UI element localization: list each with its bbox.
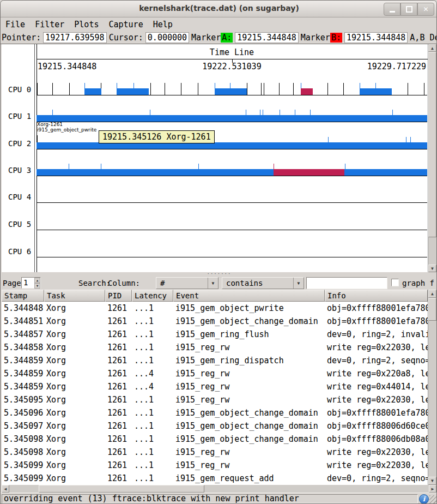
task-bar[interactable] xyxy=(274,169,344,176)
table-row[interactable]: 5.344857Xorg1261...1i915_gem_ring_flushd… xyxy=(2,328,428,341)
event-tick[interactable] xyxy=(293,83,294,95)
scroll-up-arrow-icon[interactable]: ▲ xyxy=(428,44,436,52)
minimize-button[interactable] xyxy=(384,3,400,16)
event-tick[interactable] xyxy=(424,83,424,95)
table-row[interactable]: 5.345099Xorg1261...1i915_reg_rwwrite reg… xyxy=(2,459,428,472)
table-row[interactable]: 5.345098Xorg1261...1i915_gem_object_chan… xyxy=(2,433,428,446)
event-tick[interactable] xyxy=(181,83,181,95)
cell-pid: 1261 xyxy=(105,433,132,446)
event-tick[interactable] xyxy=(408,83,408,95)
page-spinner-arrows[interactable]: ▲ ▼ xyxy=(34,278,40,288)
cell-pid: 1261 xyxy=(105,354,132,367)
close-button[interactable]: ✕ xyxy=(417,3,434,16)
event-tick[interactable] xyxy=(150,83,151,95)
cell-stamp: 5.344859 xyxy=(2,367,44,380)
menu-item-plots[interactable]: Plots xyxy=(69,19,104,31)
graph-vscrollbar[interactable]: ▲ ▼ xyxy=(428,44,436,272)
info-icon[interactable]: i xyxy=(419,494,429,504)
table-hscroll-thumb[interactable] xyxy=(39,485,204,493)
table-row[interactable]: 5.345098Xorg1261...1i915_reg_rwwrite reg… xyxy=(2,446,428,459)
chevron-down-icon[interactable]: ▼ xyxy=(293,278,304,289)
table-row[interactable]: 5.344859Xorg1261...4i915_reg_rwwrite reg… xyxy=(2,367,428,380)
scroll-left-arrow-icon[interactable]: ◀ xyxy=(2,485,9,493)
table-row[interactable]: 5.344859Xorg1261...4i915_reg_rwwrite reg… xyxy=(2,380,428,393)
table-row[interactable]: 5.344858Xorg1261...1i915_reg_rwwrite reg… xyxy=(2,341,428,354)
search-input[interactable] xyxy=(306,277,387,289)
task-bar[interactable] xyxy=(37,169,427,176)
menu-item-capture[interactable]: Capture xyxy=(104,19,148,31)
table-row[interactable]: 5.345099Xorg1261...1i915_gem_request_add… xyxy=(2,472,428,485)
event-tick[interactable] xyxy=(247,83,247,95)
cell-stamp: 5.345098 xyxy=(2,446,44,459)
maximize-button[interactable] xyxy=(400,3,417,16)
column-header-latency[interactable]: Latency xyxy=(132,290,173,302)
spinner-up-icon[interactable]: ▲ xyxy=(34,278,40,283)
match-select[interactable]: contains ▼ xyxy=(222,277,304,289)
window-title: kernelshark(trace.dat) (on sugarbay) xyxy=(1,4,437,13)
column-header-info[interactable]: Info xyxy=(325,290,428,302)
event-tick[interactable] xyxy=(327,83,328,95)
task-bar[interactable] xyxy=(117,88,149,95)
cell-pid: 1261 xyxy=(105,406,132,419)
cell-event: i915_reg_rw xyxy=(173,446,325,459)
column-header-pid[interactable]: PID xyxy=(105,290,132,302)
table-row[interactable]: 5.345095Xorg1261...1i915_reg_rwwrite reg… xyxy=(2,393,428,406)
cell-latency: ...1 xyxy=(132,341,173,354)
resize-grip-icon[interactable] xyxy=(429,495,436,503)
event-tick[interactable] xyxy=(165,83,165,95)
table-vscroll-thumb[interactable] xyxy=(428,298,436,321)
event-tick[interactable] xyxy=(69,83,70,95)
task-bar[interactable] xyxy=(37,115,427,122)
cell-info: write reg=0x22030, le xyxy=(325,446,428,459)
column-header-event[interactable]: Event xyxy=(173,290,325,302)
table-hscrollbar[interactable]: ◀ ▶ xyxy=(2,485,436,493)
cell-stamp: 5.344857 xyxy=(2,328,44,341)
event-tick[interactable] xyxy=(343,83,344,95)
table-row[interactable]: 5.345097Xorg1261...1i915_gem_object_chan… xyxy=(2,419,428,433)
table-vscrollbar[interactable]: ▲ ▼ xyxy=(428,290,436,485)
table-row[interactable]: 5.344851Xorg1261...1i915_gem_object_chan… xyxy=(2,315,428,328)
spinner-down-icon[interactable]: ▼ xyxy=(34,283,40,289)
column-header-task[interactable]: Task xyxy=(44,290,105,302)
column-header-stamp[interactable]: Stamp xyxy=(2,290,44,302)
cell-stamp: 5.344859 xyxy=(2,354,44,367)
scroll-down-arrow-icon[interactable]: ▼ xyxy=(428,477,436,485)
menu-item-filter[interactable]: Filter xyxy=(30,19,69,31)
graph-vscroll-thumb[interactable] xyxy=(428,52,436,237)
cell-latency: ...1 xyxy=(132,302,173,315)
cell-pid: 1261 xyxy=(105,459,132,472)
cell-latency: ...1 xyxy=(132,433,173,446)
task-bar[interactable] xyxy=(37,142,427,149)
event-tick[interactable] xyxy=(261,83,262,95)
cell-latency: ...1 xyxy=(132,393,173,406)
titlebar[interactable]: kernelshark(trace.dat) (on sugarbay) ✕ xyxy=(1,1,437,17)
task-bar[interactable] xyxy=(215,88,247,95)
event-tick[interactable] xyxy=(37,83,38,95)
scroll-right-arrow-icon[interactable]: ▶ xyxy=(429,485,436,493)
table-row[interactable]: 5.345096Xorg1261...1i915_gem_object_chan… xyxy=(2,406,428,419)
table-row[interactable]: 5.344859Xorg1261...1i915_gem_ring_dispat… xyxy=(2,354,428,367)
event-tick[interactable] xyxy=(279,83,280,95)
pane-splitter[interactable]: ······· xyxy=(1,272,437,277)
event-tick[interactable] xyxy=(264,83,264,95)
scroll-up-arrow-icon[interactable]: ▲ xyxy=(428,290,436,298)
task-bar[interactable] xyxy=(301,88,313,95)
task-bar[interactable] xyxy=(360,88,392,95)
task-bar[interactable] xyxy=(84,88,101,95)
graph-follows-label: graph f xyxy=(402,279,434,287)
timeline-graph[interactable]: Time Line 19215.344848 19222.531039 1922… xyxy=(2,44,428,272)
menu-item-help[interactable]: Help xyxy=(148,19,178,31)
cell-latency: ...1 xyxy=(132,354,173,367)
chevron-down-icon[interactable]: ▼ xyxy=(208,278,218,289)
pointer-bar: Pointer:19217.639598Cursor:0.000000Marke… xyxy=(1,31,437,44)
event-tick[interactable] xyxy=(198,83,198,95)
menu-item-file[interactable]: File xyxy=(1,19,30,31)
column-select[interactable]: # ▼ xyxy=(156,277,218,289)
event-tick[interactable] xyxy=(52,83,53,95)
graph-follows-checkbox[interactable] xyxy=(391,279,399,286)
cpu-baseline xyxy=(37,95,427,95)
cell-stamp: 5.345095 xyxy=(2,393,44,406)
scroll-down-arrow-icon[interactable]: ▼ xyxy=(428,265,436,272)
table-row[interactable]: 5.344848Xorg1261...1i915_gem_object_pwri… xyxy=(2,302,428,315)
page-spinner[interactable]: 1 ▲ ▼ xyxy=(21,277,41,289)
